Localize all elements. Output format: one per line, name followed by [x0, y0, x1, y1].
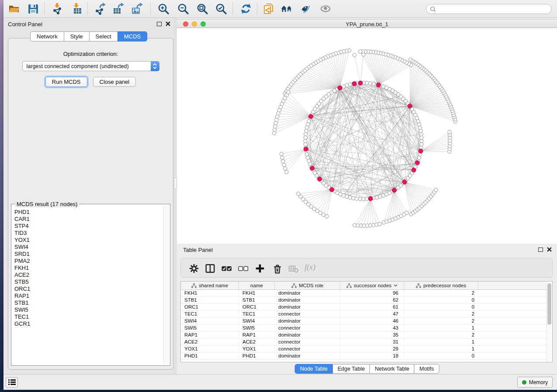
close-panel-button[interactable]: Close panel: [93, 77, 136, 87]
table-cell[interactable]: 18: [340, 353, 404, 359]
table-cell[interactable]: SWI5: [239, 325, 275, 331]
mcds-result-item[interactable]: TEC1: [14, 313, 163, 320]
table-cell[interactable]: 47: [340, 311, 404, 317]
table-row[interactable]: FKH1FKH1dominator962: [181, 290, 546, 297]
zoom-out-button[interactable]: [176, 2, 190, 15]
mcds-result-item[interactable]: TID3: [14, 230, 163, 237]
table-cell[interactable]: 0: [404, 297, 478, 303]
save-session-button[interactable]: [27, 2, 40, 15]
search-input[interactable]: [438, 6, 548, 12]
network-leaf-node[interactable]: [448, 130, 451, 134]
table-cell[interactable]: 2: [404, 318, 478, 324]
network-node[interactable]: [362, 197, 365, 201]
network-mcds-hub-node[interactable]: [304, 147, 308, 151]
mcds-result-item[interactable]: FKH1: [14, 265, 163, 272]
zoom-in-button[interactable]: [157, 2, 170, 15]
network-mcds-hub-node[interactable]: [415, 161, 419, 165]
network-mcds-hub-node[interactable]: [408, 104, 412, 108]
network-leaf-node[interactable]: [282, 163, 286, 167]
network-node[interactable]: [348, 196, 352, 199]
table-cell[interactable]: 1: [404, 339, 478, 345]
network-leaf-node[interactable]: [285, 170, 288, 174]
table-cell[interactable]: connector: [275, 311, 340, 317]
table-cell[interactable]: connector: [275, 339, 340, 345]
show-graphics-details-button[interactable]: [319, 2, 332, 15]
mcds-result-item[interactable]: GCR1: [14, 320, 163, 327]
table-cell[interactable]: TEC1: [239, 311, 275, 317]
tab-mcds[interactable]: MCDS: [118, 31, 147, 41]
network-node[interactable]: [419, 129, 422, 133]
network-leaf-node[interactable]: [353, 53, 356, 57]
zoom-selected-button[interactable]: [214, 2, 228, 15]
network-mcds-hub-node[interactable]: [358, 81, 363, 85]
table-scrollbar[interactable]: [546, 282, 552, 361]
table-cell[interactable]: dominator: [275, 332, 340, 338]
import-network-button[interactable]: [51, 2, 64, 15]
mcds-result-item[interactable]: STP4: [14, 223, 163, 230]
table-cell[interactable]: TEC1: [181, 311, 239, 317]
mcds-result-item[interactable]: STB1: [14, 299, 163, 306]
network-canvas[interactable]: [177, 28, 557, 244]
network-leaf-node[interactable]: [275, 118, 278, 122]
network-mcds-hub-node[interactable]: [376, 83, 381, 87]
add-column-button[interactable]: [255, 263, 266, 274]
table-cell[interactable]: dominator: [275, 290, 340, 296]
network-node[interactable]: [304, 143, 307, 146]
network-node[interactable]: [304, 136, 307, 139]
close-panel-icon[interactable]: [166, 21, 170, 26]
table-scrollbar-thumb[interactable]: [547, 283, 551, 325]
table-row[interactable]: ACE2ACE2connector311: [181, 339, 546, 346]
mcds-result-item[interactable]: YOX1: [14, 237, 163, 244]
tab-motifs[interactable]: Motifs: [414, 364, 439, 374]
table-cell[interactable]: FKH1: [181, 290, 239, 296]
table-row[interactable]: STB1STB1dominator620: [181, 297, 546, 304]
float-panel-icon[interactable]: [538, 248, 543, 252]
table-cell[interactable]: 62: [340, 297, 404, 303]
table-cell[interactable]: 2: [404, 290, 478, 296]
select-all-button[interactable]: [221, 263, 233, 274]
table-cell[interactable]: dominator: [275, 304, 340, 310]
table-cell[interactable]: ACE2: [239, 339, 275, 345]
network-node[interactable]: [365, 81, 369, 85]
table-cell[interactable]: dominator: [275, 318, 340, 324]
table-cell[interactable]: connector: [275, 325, 340, 331]
table-options-button[interactable]: [189, 263, 200, 274]
panel-split-divider[interactable]: [174, 18, 177, 374]
table-cell[interactable]: ORC1: [181, 304, 239, 310]
network-leaf-node[interactable]: [273, 128, 276, 131]
network-leaf-node[interactable]: [280, 152, 283, 156]
tab-edge-table[interactable]: Edge Table: [332, 364, 370, 374]
table-cell[interactable]: 43: [340, 325, 404, 331]
mcds-result-item[interactable]: PMA2: [14, 258, 163, 265]
table-row[interactable]: SWI5SWI5connector431: [181, 325, 546, 332]
mcds-result-item[interactable]: STB5: [14, 279, 163, 285]
refresh-button[interactable]: [239, 2, 253, 15]
mcds-result-item[interactable]: ORC1: [14, 285, 163, 292]
network-leaf-node[interactable]: [359, 50, 362, 53]
task-history-button[interactable]: [6, 377, 18, 388]
memory-button[interactable]: Memory: [517, 377, 553, 388]
network-leaf-node[interactable]: [405, 211, 408, 214]
network-leaf-node[interactable]: [273, 131, 276, 135]
table-cell[interactable]: YOX1: [181, 346, 239, 352]
table-cell[interactable]: 2: [404, 332, 478, 338]
export-network-button[interactable]: [93, 2, 107, 15]
network-leaf-node[interactable]: [284, 167, 287, 170]
mcds-result-item[interactable]: SRD1: [14, 251, 163, 258]
table-cell[interactable]: SWI5: [181, 325, 239, 331]
table-cell[interactable]: 0: [404, 353, 478, 359]
tab-node-table[interactable]: Node Table: [295, 364, 333, 374]
mcds-result-list[interactable]: PHD1CAR1STP4TID3YOX1SWI4SRD1PMA2FKH1ACE2…: [12, 206, 163, 364]
share-document-button[interactable]: [262, 2, 275, 15]
network-node[interactable]: [420, 139, 423, 143]
table-row[interactable]: ORC1ORC1dominator610: [181, 304, 546, 311]
network-leaf-node[interactable]: [280, 156, 284, 159]
table-cell[interactable]: connector: [275, 346, 340, 352]
close-panel-icon[interactable]: [547, 247, 552, 252]
show-columns-button[interactable]: [205, 263, 216, 274]
network-node[interactable]: [305, 126, 308, 129]
network-mcds-hub-node[interactable]: [318, 177, 322, 181]
table-cell[interactable]: 31: [340, 339, 404, 345]
network-mcds-hub-node[interactable]: [402, 180, 407, 184]
open-session-button[interactable]: [7, 2, 21, 15]
